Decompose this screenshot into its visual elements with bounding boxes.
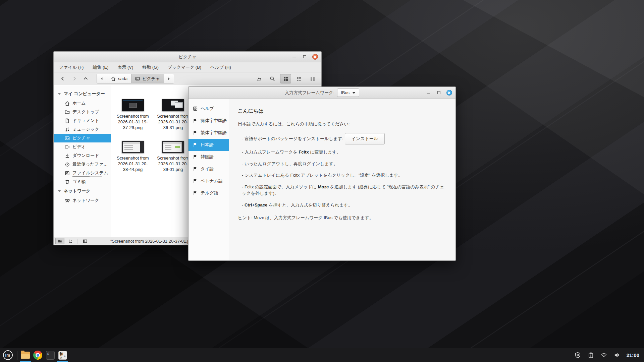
fm-toolbar: sadaピクチャ bbox=[54, 72, 321, 85]
terminal-launcher[interactable]: $_ bbox=[44, 348, 56, 362]
fm-menu-item[interactable]: ファイル (F) bbox=[59, 64, 84, 70]
mint-logo-icon: lm bbox=[3, 350, 13, 360]
fm-sidebar-section-header[interactable]: ネットワーク bbox=[54, 186, 111, 196]
chrome-launcher[interactable] bbox=[32, 348, 44, 362]
treeview-toggle-button[interactable] bbox=[66, 238, 75, 244]
file-item[interactable]: Screenshot from2026-01-31 20-38-44.png bbox=[113, 141, 153, 173]
fm-sidebar: マイ コンピューターホームデスクトップドキュメントミュージックピクチャビデオダウ… bbox=[54, 85, 111, 237]
section-header-label: ネットワーク bbox=[64, 188, 91, 194]
network-tray-button[interactable] bbox=[599, 348, 609, 362]
fm-window-title: ピクチャ bbox=[54, 54, 321, 60]
path-scroll-left[interactable] bbox=[97, 74, 107, 83]
im-step: - Fcitx の設定画面で、入力メソッドに Mozc を追加します (必要に応… bbox=[242, 184, 447, 197]
fm-sidebar-section-header[interactable]: マイ コンピューター bbox=[54, 89, 111, 99]
grid-view-button[interactable] bbox=[280, 74, 291, 83]
sidebar-item-download[interactable]: ダウンロード bbox=[54, 151, 111, 160]
search-icon bbox=[270, 76, 275, 81]
language-item[interactable]: 韓国語 bbox=[189, 151, 229, 163]
sidebar-item-disk[interactable]: ファイルシステム bbox=[54, 169, 111, 177]
im-step-text: - いったんログアウトし、再度ログインします。 bbox=[242, 161, 338, 166]
language-item[interactable]: ベトナム語 bbox=[189, 175, 229, 187]
clock[interactable]: 21:00 bbox=[627, 352, 639, 358]
file-item[interactable]: Screenshot from2026-01-31 20-39-01.png bbox=[153, 141, 193, 173]
sidebar-item-label: ゴミ箱 bbox=[72, 179, 86, 185]
search-button[interactable] bbox=[267, 74, 278, 83]
im-titlebar[interactable]: 入力方式フレームワーク: IBus bbox=[189, 87, 455, 99]
language-item[interactable]: タイ語 bbox=[189, 163, 229, 175]
file-item[interactable]: Screenshot from2026-01-31 19-37-29.png bbox=[113, 99, 153, 131]
sidebar-item-label: ドキュメント bbox=[72, 118, 99, 124]
sidebar-item-home[interactable]: ホーム bbox=[54, 99, 111, 108]
sidebar-item-recent[interactable]: 最近使ったファ… bbox=[54, 160, 111, 169]
input-method-launcher[interactable]: 和あE bbox=[56, 348, 69, 362]
language-item[interactable]: 日本語 bbox=[189, 139, 229, 151]
im-maximize-button[interactable] bbox=[436, 90, 442, 96]
sidebar-item-video[interactable]: ビデオ bbox=[54, 142, 111, 151]
language-item[interactable]: 繁体字中国語 bbox=[189, 127, 229, 139]
back-button[interactable] bbox=[57, 74, 68, 83]
taskbar-separator bbox=[17, 351, 17, 360]
im-step: - システムトレイにある Fcitx アプレットを右クリックし、"設定" を選択… bbox=[242, 172, 447, 179]
fm-close-button[interactable] bbox=[312, 54, 318, 60]
shield-icon bbox=[575, 352, 581, 358]
file-thumbnail bbox=[162, 141, 184, 153]
flag-icon bbox=[193, 191, 198, 195]
list-view-button[interactable] bbox=[293, 74, 305, 83]
install-button[interactable]: インストール bbox=[345, 133, 385, 144]
im-step-text: - Ctrl+Space を押すと、入力方式を切り替えられます。 bbox=[242, 202, 353, 207]
file-item[interactable]: Screenshot from2026-01-31 20-36-31.png bbox=[153, 99, 193, 131]
im-minimize-button[interactable] bbox=[425, 90, 431, 96]
location-entry-toggle-button[interactable] bbox=[253, 74, 264, 83]
path-segment-ピクチャ[interactable]: ピクチャ bbox=[131, 74, 164, 83]
fm-maximize-button[interactable] bbox=[302, 54, 308, 60]
places-toggle-button[interactable] bbox=[55, 238, 64, 244]
im-intro: 日本語で入力するには、これらの手順に従ってください: bbox=[238, 121, 447, 127]
file-manager-launcher[interactable] bbox=[19, 348, 32, 362]
language-item[interactable]: ヘルプ bbox=[189, 103, 229, 115]
sidebar-item-label: ホーム bbox=[72, 100, 86, 106]
home-icon bbox=[65, 101, 70, 106]
firewall-tray-button[interactable] bbox=[573, 348, 583, 362]
sidebar-item-label: デスクトップ bbox=[72, 109, 99, 115]
fm-minimize-button[interactable] bbox=[291, 54, 297, 60]
sidebar-item-folder[interactable]: デスクトップ bbox=[54, 108, 111, 116]
chevron-left-icon bbox=[100, 76, 104, 81]
fm-menu-item[interactable]: 表示 (V) bbox=[117, 64, 133, 70]
fm-titlebar[interactable]: ピクチャ bbox=[54, 52, 321, 62]
im-hint: ヒント: Mozc は、入力方式フレームワーク IBus でも使用できます。 bbox=[238, 215, 447, 221]
statusbar-text: "Screenshot from 2026-01-31 20-37-01.png bbox=[110, 239, 195, 244]
framework-dropdown[interactable]: IBus bbox=[337, 88, 359, 97]
im-close-button[interactable] bbox=[446, 90, 452, 96]
language-label: テルグ語 bbox=[201, 190, 218, 196]
fm-menu-item[interactable]: ブックマーク (B) bbox=[168, 64, 201, 70]
language-item[interactable]: 簡体字中国語 bbox=[189, 115, 229, 127]
path-segment-sada[interactable]: sada bbox=[107, 74, 131, 83]
fm-menu-item[interactable]: 移動 (G) bbox=[142, 64, 158, 70]
language-label: ヘルプ bbox=[201, 106, 214, 112]
sidebar-item-label: ネットワーク bbox=[72, 197, 99, 203]
file-thumbnail bbox=[122, 141, 144, 153]
clipboard-tray-button[interactable] bbox=[586, 348, 596, 362]
language-label: タイ語 bbox=[201, 166, 214, 172]
sidebar-item-document[interactable]: ドキュメント bbox=[54, 116, 111, 125]
sidebar-toggle-button[interactable] bbox=[80, 238, 90, 244]
sidebar-item-trash[interactable]: ゴミ箱 bbox=[54, 177, 111, 186]
volume-icon bbox=[614, 352, 620, 358]
im-step-text: - Fcitx の設定画面で、入力メソッドに Mozc を追加します (必要に応… bbox=[242, 184, 444, 196]
menu-button[interactable]: lm bbox=[0, 348, 15, 362]
compact-view-button[interactable] bbox=[307, 74, 318, 83]
disk-usage-bar bbox=[72, 176, 102, 177]
input-method-window: 入力方式フレームワーク: IBus ヘルプ簡体字中国語繁体字中国語日本語韓国語タ… bbox=[188, 86, 456, 261]
forward-button[interactable] bbox=[68, 74, 80, 83]
flag-icon bbox=[193, 167, 198, 171]
up-button[interactable] bbox=[80, 74, 91, 83]
volume-tray-button[interactable] bbox=[612, 348, 622, 362]
language-item[interactable]: テルグ語 bbox=[189, 187, 229, 199]
fm-menu-item[interactable]: 編集 (E) bbox=[93, 64, 108, 70]
sidebar-item-image[interactable]: ピクチャ bbox=[54, 134, 111, 142]
fm-menu-item[interactable]: ヘルプ (H) bbox=[210, 64, 231, 70]
sidebar-item-network[interactable]: ネットワーク bbox=[54, 196, 111, 205]
path-scroll-right[interactable] bbox=[164, 74, 174, 83]
sidebar-item-music[interactable]: ミュージック bbox=[54, 125, 111, 134]
chrome-icon bbox=[33, 351, 42, 360]
